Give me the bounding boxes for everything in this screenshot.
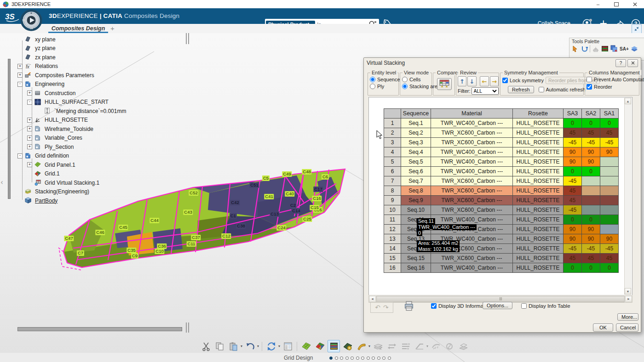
sa1-cell[interactable]: -45 [600,244,619,254]
sweep-surface-dropdown-caret[interactable]: ▾ [368,344,370,348]
sa2-cell[interactable]: 90 [582,234,600,244]
column-header-index[interactable] [384,109,401,119]
sa1-cell[interactable] [600,225,619,234]
row-number[interactable]: 12 [384,225,401,234]
sa2-cell[interactable]: -45 [582,138,600,147]
rosette-cell[interactable]: HULL_ROSETTE [513,254,564,263]
sa3-cell[interactable]: 45 [564,186,582,196]
display-3d-information-checkbox[interactable] [431,303,437,309]
material-cell[interactable]: TWR_XC600_Carbon --- [431,128,513,138]
material-cell[interactable]: TWR_WC400_Carbon --- [431,225,513,234]
expand-icon[interactable]: + [27,90,32,96]
seq-cell[interactable]: Seq.16 [401,263,431,273]
tree-item-hull-rosette[interactable]: +HULL_ROSETTE [14,116,179,125]
review-previous-button[interactable]: ← [480,76,489,86]
sa1-cell[interactable]: 0 [600,119,619,128]
tree-item-construction[interactable]: +Construction [14,89,179,98]
sa2-cell[interactable]: 90 [582,157,600,167]
tree-resize-grip-bottom[interactable] [186,322,189,333]
tree-resize-grip-top[interactable] [186,33,189,44]
sa2-cell[interactable]: 0 [582,119,600,128]
row-number[interactable]: 2 [384,128,401,138]
dialog-redo-icon[interactable]: ↷ [383,304,389,311]
dialog-titlebar[interactable]: Virtual Stacking ? [364,58,641,68]
collapse-icon[interactable]: - [27,100,32,105]
reorder-checkbox[interactable] [586,84,592,90]
sa2-cell[interactable]: 0 [582,167,600,176]
material-cell[interactable]: TWR_XC600_Carbon --- [431,196,513,205]
sa-plus-icon[interactable]: SA+ [620,46,629,51]
sa3-cell[interactable]: -45 [564,176,582,186]
options-button[interactable]: Options... [483,302,512,309]
sa3-cell[interactable]: 90 [564,157,582,167]
tree-item-engineering[interactable]: -Engineering [14,80,179,89]
row-number[interactable]: 16 [384,263,401,273]
row-number[interactable]: 1 [384,119,401,128]
pager-dot-1[interactable] [329,356,333,360]
pager-dot-2[interactable] [335,356,338,360]
pager-dot-8[interactable] [367,356,370,360]
tree-item-stacking-engineering[interactable]: Stacking(Engineering) [14,187,179,197]
sa3-cell[interactable]: 0 [564,263,582,273]
seq-cell[interactable]: Seq.7 [401,176,431,186]
row-number[interactable]: 9 [384,196,401,205]
collapse-icon[interactable]: - [17,153,23,158]
tree-item-wireframe-toolside[interactable]: +Wireframe_Toolside [14,124,179,134]
sa1-cell[interactable] [600,167,619,176]
print-icon[interactable] [403,300,414,311]
sa1-cell[interactable]: -45 [600,138,619,147]
material-cell[interactable]: TWR_WC400_Carbon --- [431,167,513,176]
material-cell[interactable]: TWR_XC600_Carbon --- [431,244,513,254]
seq-cell[interactable]: Seq.2 [401,128,431,138]
sa2-cell[interactable]: 45 [582,128,600,138]
pager-dot-6[interactable] [356,356,359,360]
dialog-close-button[interactable] [627,59,638,67]
pager-dot-7[interactable] [361,356,364,360]
sa1-cell[interactable] [600,215,619,225]
seq-cell[interactable]: Seq.8 [401,186,431,196]
seq-cell[interactable]: Seq.15 [401,254,431,263]
sweep-surface-button[interactable] [355,340,368,352]
sa3-cell[interactable]: -45 [564,205,582,215]
expand-icon[interactable]: + [27,162,32,167]
expand-icon[interactable]: + [17,73,23,78]
tree-item-merging-distance-0-001mm[interactable]: `Merging distance`=0.001mm [14,107,179,116]
tree-item-grid-1[interactable]: Grid.1 [14,170,179,179]
compass-play-button[interactable]: V.R 3D [20,9,42,31]
rosette-cell[interactable]: HULL_ROSETTE [513,186,564,196]
row-number[interactable]: 5 [384,157,401,167]
sa1-cell[interactable] [600,176,619,186]
material-cell[interactable]: TWR_WC400_Carbon --- [431,119,513,128]
column-header-material[interactable]: Material [431,109,513,119]
rosette-cell[interactable]: HULL_ROSETTE [513,234,564,244]
seq-cell[interactable]: Seq.12 [401,225,431,234]
seq-cell[interactable]: Seq.14 [401,244,431,254]
tree-item-yz-plane[interactable]: yz plane [14,44,179,53]
pager-dot-10[interactable] [377,356,380,360]
sa3-cell[interactable]: 90 [564,225,582,234]
sa2-cell[interactable] [582,186,600,196]
pager-dot-11[interactable] [382,356,385,360]
tree-item-zx-plane[interactable]: zx plane [14,53,179,62]
paste-button[interactable] [227,340,240,352]
material-cell[interactable]: TWR_WC400_Carbon --- [431,147,513,157]
seq-cell[interactable]: Seq.1 [401,119,431,128]
material-cell[interactable]: TWR_XC600_Carbon --- [431,254,513,263]
layers-icon[interactable] [631,45,638,52]
sa2-cell[interactable]: -45 [582,244,600,254]
tree-item-grid-panel-1[interactable]: +Grid Panel.1 [14,160,179,170]
sa2-cell[interactable]: 0 [582,215,600,225]
ramp-support-dropdown-caret[interactable]: ▾ [426,344,428,348]
sa2-cell[interactable] [582,196,600,205]
sa3-cell[interactable]: 90 [564,147,582,157]
stacking-rules-button[interactable] [399,340,412,352]
pager-dot-5[interactable] [351,356,354,360]
expand-icon[interactable]: + [27,126,32,131]
pager-dot-4[interactable] [345,356,349,360]
flatten-button[interactable] [457,340,470,352]
grid-multicolor-button[interactable] [314,340,326,352]
material-cell[interactable]: TWR_XC600_Carbon --- [431,138,513,147]
rosette-cell[interactable]: HULL_ROSETTE [513,167,564,176]
lock-symmetry-checkbox[interactable] [502,78,508,83]
row-number[interactable]: 6 [384,167,401,176]
